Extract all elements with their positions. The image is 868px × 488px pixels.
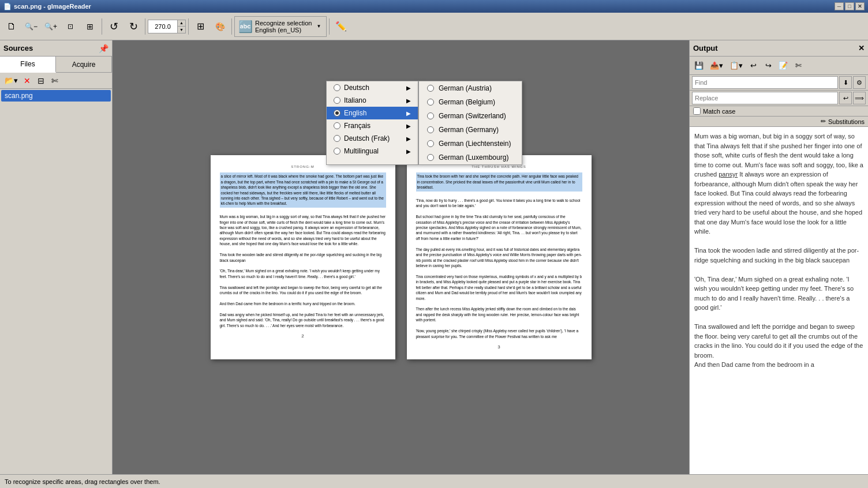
separator-4	[231, 18, 232, 35]
add-file-button[interactable]: 📂▾	[2, 74, 20, 87]
radio-deutsch-frak	[334, 135, 341, 142]
page-3-number: 3	[416, 344, 582, 350]
output-panel: Output ✕ 💾 📤▾ 📋▾ ↩ ↪ 📝 ✄ ⬇ ⚙ ↩ ⟹ Match c…	[689, 40, 868, 474]
pencil-button[interactable]: ✏️	[332, 17, 350, 36]
match-case-checkbox[interactable]	[693, 107, 701, 115]
radio-multilingual	[334, 148, 341, 155]
language-menu: Deutsch ▶ Italiano ▶ English ▶ Français …	[326, 81, 418, 165]
radio-english	[334, 110, 341, 117]
output-toolbar: 💾 📤▾ 📋▾ ↩ ↪ 📝 ✄	[690, 57, 868, 75]
output-export-button[interactable]: 📤▾	[707, 59, 725, 73]
find-bar: ⬇ ⚙	[690, 75, 868, 91]
zoom-fit-button[interactable]: ⊡	[61, 17, 80, 36]
title-bar: 📄 scan.png - gImageReader ─ □ ✕	[0, 0, 868, 13]
minimize-button[interactable]: ─	[835, 2, 844, 10]
output-header: Output ✕	[690, 40, 868, 57]
zoom-control: ▲ ▼	[148, 20, 186, 33]
close-button[interactable]: ✕	[855, 2, 865, 10]
radio-italiano	[334, 97, 341, 104]
page-3-text: Tina took the broom with her and she swe…	[416, 172, 582, 339]
separator-2	[145, 18, 145, 35]
files-tab[interactable]: Files	[0, 57, 56, 73]
submenu-german-austria[interactable]: German (Austria)	[419, 81, 522, 95]
sources-header: Sources 📌	[0, 40, 112, 57]
arrow-francais: ▶	[406, 123, 411, 129]
find-input[interactable]	[692, 76, 838, 89]
language-dropdown-menu: Deutsch ▶ Italiano ▶ English ▶ Français …	[326, 81, 522, 165]
arrow-english: ▶	[406, 110, 411, 117]
page-3-header: THE THRUSH HAS WINGS	[416, 164, 582, 169]
output-save-button[interactable]: 💾	[692, 59, 706, 73]
zoom-select-button[interactable]: ⊞	[81, 17, 99, 36]
submenu-german-germany[interactable]: German (Germany)	[419, 123, 522, 137]
lang-item-italiano[interactable]: Italiano ▶	[327, 94, 418, 107]
recognize-label: Recognize selection	[255, 20, 312, 27]
substitutions-label[interactable]: Substitutions	[828, 118, 865, 125]
underline-word: pansyr	[719, 171, 738, 178]
new-button[interactable]: 🗋	[2, 17, 21, 36]
recognize-dropdown-arrow: ▼	[316, 24, 321, 29]
replace-bar: ↩ ⟹	[690, 91, 868, 106]
sources-title: Sources	[3, 44, 33, 52]
output-undo-button[interactable]: ↩	[746, 59, 760, 73]
separator-5	[329, 18, 330, 35]
lang-item-francais[interactable]: Français ▶	[327, 119, 418, 132]
match-case-bar: Match case	[690, 106, 868, 117]
lang-item-deutsch[interactable]: Deutsch ▶	[327, 81, 418, 94]
recognize-icon: 🔤	[238, 20, 253, 33]
match-case-label: Match case	[703, 108, 735, 115]
separator-1	[102, 18, 102, 35]
image-area[interactable]: STRONG-M a slice of mirror left. Most of…	[113, 40, 689, 474]
color-button[interactable]: 🎨	[211, 17, 229, 36]
zoom-out-button[interactable]: 🔍−	[22, 17, 40, 36]
output-cut-button[interactable]: ✄	[791, 59, 805, 73]
output-title: Output	[693, 44, 718, 52]
separator-3	[188, 18, 189, 35]
acquire-tab[interactable]: Acquire	[56, 57, 112, 72]
submenu-german-switzerland[interactable]: German (Switzerland)	[419, 109, 522, 123]
clear-files-button[interactable]: ⊟	[35, 74, 47, 87]
status-bar: To recognize specific areas, drag rectan…	[0, 474, 868, 488]
page-2-header: STRONG-M	[220, 164, 386, 169]
zoom-input[interactable]	[148, 23, 177, 30]
grid-button[interactable]: ⊞	[191, 17, 209, 36]
submenu-german-liechtenstein[interactable]: German (Liechtenstein)	[419, 137, 522, 151]
lang-item-multilingual[interactable]: Multilingual ▶	[327, 145, 418, 157]
german-submenu: German (Austria) German (Belgium) German…	[418, 81, 522, 165]
status-message: To recognize specific areas, drag rectan…	[5, 478, 160, 485]
lang-item-english[interactable]: English ▶	[327, 107, 418, 119]
submenu-german-belgium[interactable]: German (Belgium)	[419, 95, 522, 109]
output-edit-button[interactable]: 📝	[776, 59, 790, 73]
zoom-up-arrow[interactable]: ▲	[177, 20, 185, 27]
submenu-german-luxembourg[interactable]: German (Luxembourg)	[419, 151, 522, 164]
radio-francais	[334, 122, 341, 129]
sources-toolbar: 📂▾ ✕ ⊟ ✄	[0, 73, 112, 89]
remove-file-button[interactable]: ✕	[21, 74, 33, 87]
output-redo-button[interactable]: ↪	[761, 59, 775, 73]
file-list: scan.png	[0, 89, 112, 474]
zoom-in-button[interactable]: 🔍+	[42, 17, 60, 36]
zoom-down-arrow[interactable]: ▼	[177, 27, 185, 33]
replace-all-button[interactable]: ⟹	[853, 92, 866, 104]
rotate-ccw-button[interactable]: ↺	[104, 17, 123, 36]
recognize-button[interactable]: 🔤 Recognize selection English (en_US) ▼	[234, 16, 327, 37]
find-down-button[interactable]: ⬇	[839, 76, 852, 89]
sources-pin-icon[interactable]: 📌	[99, 44, 108, 53]
window-title: scan.png - gImageReader	[14, 3, 91, 10]
substitutions-bar: ✏ Substitutions	[690, 117, 868, 127]
rotate-cw-button[interactable]: ↻	[124, 17, 143, 36]
replace-input[interactable]	[692, 92, 838, 104]
page-2-text: a slice of mirror left. Most of it was b…	[220, 172, 386, 328]
find-options-button[interactable]: ⚙	[853, 76, 866, 89]
file-item[interactable]: scan.png	[1, 90, 111, 102]
lang-item-deutsch-frak[interactable]: Deutsch (Frak) ▶	[327, 132, 418, 145]
output-clipboard-button[interactable]: 📋▾	[727, 59, 745, 73]
pages-container: STRONG-M a slice of mirror left. Most of…	[199, 144, 603, 371]
maximize-button[interactable]: □	[845, 2, 854, 10]
cut-button[interactable]: ✄	[48, 74, 61, 87]
output-close-icon[interactable]: ✕	[858, 44, 865, 52]
output-text-area[interactable]: Mum was a big woman, but big in a soggy …	[690, 127, 868, 474]
page-2-number: 2	[220, 333, 386, 339]
replace-button[interactable]: ↩	[839, 92, 852, 104]
main-layout: Sources 📌 Files Acquire 📂▾ ✕ ⊟ ✄ scan.pn…	[0, 40, 868, 474]
